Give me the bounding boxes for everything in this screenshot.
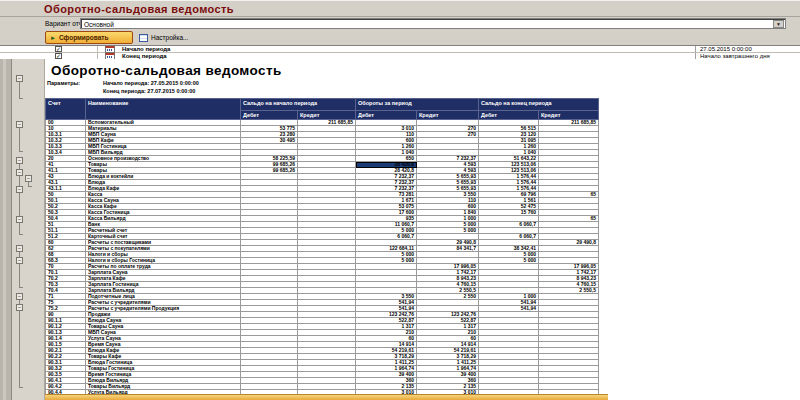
period-settings-grid: ✓Начало периода27.05.2015 0:00:00✓Конец … (0, 45, 800, 60)
report-area: −−−−−−−−−−− Оборотно-сальдовая ведомость… (0, 59, 800, 400)
variant-value: Основной (84, 21, 114, 28)
collapse-marker-icon[interactable]: − (16, 169, 23, 176)
table-header: Счет Наименование Сальдо на начало перио… (46, 99, 599, 120)
form-titlebar: Оборотно-сальдовая ведомость (0, 1, 800, 17)
setting-label: Начало периода (122, 46, 170, 53)
col-header-end-balance: Сальдо на конец периода (479, 99, 599, 111)
collapse-marker-icon[interactable]: − (16, 216, 23, 223)
generate-button-label: Сформировать (59, 34, 109, 41)
group-line (19, 193, 20, 216)
col-header-credit: Кредит (539, 111, 599, 120)
param-period-start: Начало периода: 27.05.2015 0:00:00 (103, 80, 199, 88)
variant-combobox[interactable]: Основной ▼ (80, 18, 786, 29)
collapse-marker-icon[interactable]: − (16, 293, 23, 300)
col-header-debit: Дебет (356, 111, 417, 120)
col-header-debit: Дебет (479, 111, 539, 120)
settings-table-icon (139, 34, 148, 42)
group-line-tick (28, 186, 32, 187)
group-line-tick (19, 98, 23, 99)
collapse-marker-icon[interactable]: − (16, 257, 23, 264)
col-header-credit: Кредит (417, 111, 479, 120)
bottom-scroll-strip[interactable] (45, 394, 608, 400)
collapse-marker-icon[interactable]: − (16, 121, 23, 128)
collapse-marker-icon[interactable]: − (16, 75, 23, 82)
group-line (19, 223, 20, 234)
grouping-gutter: −−−−−−−−−−− (12, 59, 45, 400)
setting-value-field[interactable]: 27.05.2015 0:00:00 (700, 46, 752, 53)
params-label: Параметры: (47, 80, 103, 95)
group-line-tick (19, 387, 23, 388)
settings-button-label: Настройка... (151, 34, 188, 41)
collapse-marker-icon[interactable]: − (16, 157, 23, 164)
group-line-tick (19, 287, 23, 288)
balance-table: Счет Наименование Сальдо на начало перио… (45, 98, 599, 396)
window-frame-strip (0, 59, 12, 400)
generate-button[interactable]: ► Сформировать (45, 31, 133, 44)
group-line-tick (19, 234, 23, 235)
play-icon: ► (50, 35, 56, 41)
col-header-turnover: Обороты за период (356, 99, 479, 111)
col-header-debit: Дебет (241, 111, 298, 120)
report-params: Параметры: Начало периода: 27.05.2015 0:… (47, 80, 199, 95)
report-title: Оборотно-сальдовая ведомость (51, 63, 282, 78)
report-window: Оборотно-сальдовая ведомость Вариант отч… (0, 0, 800, 400)
period-setting-row[interactable]: ✓Начало периода27.05.2015 0:00:00 (0, 46, 800, 53)
form-title: Оборотно-сальдовая ведомость (44, 3, 234, 15)
checkbox[interactable]: ✓ (55, 46, 62, 52)
group-line (19, 128, 20, 151)
variant-row: Вариант отчета: Основной ▼ (0, 17, 800, 30)
group-line-tick (19, 151, 23, 152)
group-line (19, 264, 20, 287)
report-sheet: Оборотно-сальдовая ведомость Параметры: … (45, 59, 800, 400)
group-line (19, 311, 20, 387)
param-period-end: Конец периода: 27.07.2015 0:00:00 (103, 88, 199, 96)
calendar-icon (105, 46, 115, 53)
toolbar: ► Сформировать Настройка... (0, 30, 800, 45)
collapse-marker-icon[interactable]: − (16, 186, 23, 193)
collapse-marker-icon[interactable]: − (16, 245, 23, 252)
settings-button[interactable]: Настройка... (139, 32, 188, 43)
col-header-start-balance: Сальдо на начало периода (241, 99, 356, 111)
collapse-marker-icon[interactable]: − (16, 304, 23, 311)
group-line (19, 82, 20, 98)
collapse-marker-icon[interactable]: − (25, 175, 32, 182)
col-header-name: Наименование (86, 99, 241, 120)
chevron-down-icon[interactable]: ▼ (773, 20, 784, 28)
col-header-account: Счет (46, 99, 86, 120)
col-header-credit: Кредит (298, 111, 356, 120)
group-line (19, 176, 20, 187)
